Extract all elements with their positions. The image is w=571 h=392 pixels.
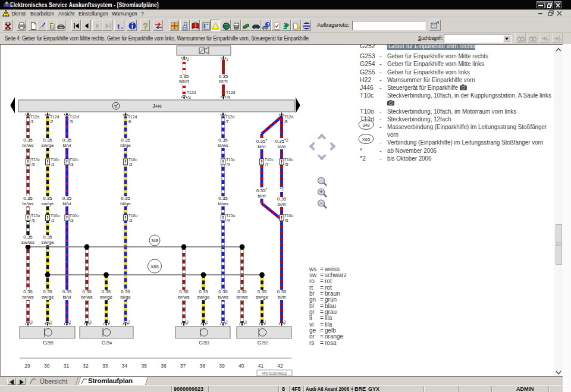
svg-text:X65: X65 [362,137,370,142]
svg-text:348: 348 [151,239,158,243]
svg-text:4F0-013049012: 4F0-013049012 [262,372,287,375]
svg-text:348: 348 [362,122,370,127]
svg-text:X65: X65 [150,264,158,269]
